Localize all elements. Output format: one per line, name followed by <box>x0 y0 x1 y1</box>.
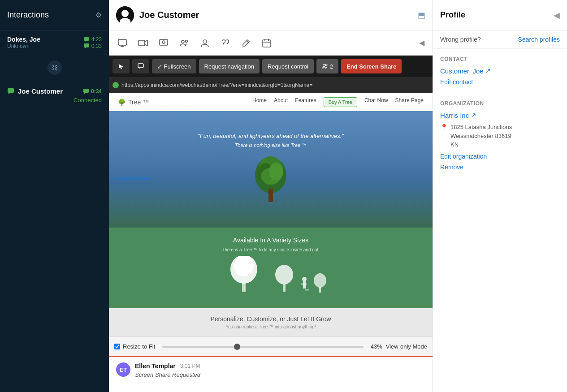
svg-rect-6 <box>83 89 89 93</box>
chat-content: Ellen Templar 3:01 PM Screen Share Reque… <box>135 362 425 387</box>
svg-point-20 <box>203 40 207 43</box>
remove-link[interactable]: Remove <box>440 164 560 171</box>
tree-nav-features[interactable]: Features <box>295 97 316 107</box>
zoom-percentage: 43% <box>371 343 382 350</box>
org-section-title: Organization <box>440 100 560 107</box>
org-name-link[interactable]: Harris Inc ↗ <box>440 111 560 119</box>
tree-logo-text: Tree ™ <box>128 99 149 106</box>
interaction-time-dokes2: 0:33 <box>83 43 102 49</box>
tree-nav-about[interactable]: About <box>274 97 288 107</box>
svg-rect-44 <box>303 281 306 289</box>
interaction-status-dokes: Unknown <box>7 43 30 49</box>
resize-to-fit-checkbox[interactable] <box>114 344 120 349</box>
tree-nav-buy[interactable]: Buy A Tree <box>324 97 357 107</box>
chat-icon <box>7 88 14 95</box>
svg-point-17 <box>162 41 165 43</box>
tree-nav-share[interactable]: Share Page <box>395 97 424 107</box>
request-control-btn[interactable]: Request control <box>262 59 314 73</box>
topbar-customer-name: Joe Customer <box>139 10 412 20</box>
tree-green-sub: There is a Tree ™ to fit any space insid… <box>222 247 320 252</box>
chat-message: Screen Share Requested <box>135 371 425 378</box>
chat-header: Ellen Templar 3:01 PM <box>135 362 425 370</box>
toolbar-people-icon[interactable] <box>174 33 194 53</box>
svg-marker-3 <box>85 47 86 49</box>
location-icon: 📍 <box>440 124 448 149</box>
toolbar-quote-icon[interactable] <box>216 33 235 53</box>
svg-rect-35 <box>268 189 273 202</box>
collapse-right-btn[interactable]: ◀ <box>554 10 560 20</box>
topbar: Joe Customer ⬒ <box>109 0 433 30</box>
svg-marker-7 <box>84 93 86 94</box>
chat-time: 3:01 PM <box>180 363 200 369</box>
toolbar-calendar-icon[interactable] <box>257 33 277 53</box>
interaction-time-dokes1: 4:23 <box>83 36 102 43</box>
org-external-link-icon: ↗ <box>471 111 476 119</box>
request-navigation-btn[interactable]: Request navigation <box>199 59 260 73</box>
interaction-name-dokes: Dokes, Joe <box>7 36 40 43</box>
svg-rect-22 <box>263 40 271 47</box>
share-icon[interactable]: ⬒ <box>418 10 425 20</box>
chat-area: ET Ellen Templar 3:01 PM Screen Share Re… <box>109 356 433 392</box>
cursor-btn[interactable] <box>113 59 130 73</box>
url-indicator <box>113 82 119 88</box>
zoom-slider[interactable] <box>162 346 363 348</box>
external-link-icon: ↗ <box>485 67 491 75</box>
tree-gray-title: Personalize, Customize, or Just Let It G… <box>210 315 331 323</box>
toolbar-screen-icon[interactable] <box>113 33 132 53</box>
tree-nav-chat[interactable]: Chat Now <box>364 97 388 107</box>
svg-point-19 <box>186 40 188 42</box>
url-text: https://apps.inindca.com/webchat/demo/Tr… <box>121 82 429 88</box>
active-interaction-joe[interactable]: Joe Customer 0:34 Connected <box>0 80 109 111</box>
svg-point-39 <box>234 256 254 276</box>
fullscreen-btn[interactable]: ⤢ Fullscreen <box>152 59 196 73</box>
search-profiles-link[interactable]: Search profiles <box>518 36 560 43</box>
svg-marker-1 <box>85 41 86 42</box>
tree-gray-section: Personalize, Customize, or Just Let It G… <box>109 308 433 336</box>
edit-organization-link[interactable]: Edit organization <box>440 153 560 160</box>
svg-rect-2 <box>84 43 89 47</box>
end-screen-share-btn[interactable]: End Screen Share <box>341 59 402 73</box>
link-icon[interactable]: ⛓ <box>48 60 62 75</box>
contact-name-link[interactable]: Customer, Joe ↗ <box>440 67 560 75</box>
interaction-item-dokes[interactable]: Dokes, Joe 4:23 Unknown 0:33 <box>0 30 109 55</box>
divider-row: ⛓ <box>0 55 109 80</box>
svg-rect-48 <box>319 287 321 293</box>
tree-hero-image <box>244 153 298 207</box>
active-time-display: 0:34 <box>83 88 102 95</box>
chat-avatar: ET <box>116 362 130 377</box>
avatar <box>116 6 134 24</box>
right-panel-header: Profile ◀ <box>433 0 567 30</box>
svg-point-9 <box>121 10 129 17</box>
toolbar-video-icon[interactable] <box>133 33 153 53</box>
bottom-bar: Resize to Fit 43% View-only Mode <box>109 336 433 356</box>
sidebar-header: Interactions ⚙ <box>0 0 109 30</box>
collapse-panel-btn[interactable]: ◀ <box>415 36 429 50</box>
chat-bubble-icon2 <box>83 43 90 49</box>
wrong-profile-text: Wrong profile? <box>440 36 481 43</box>
chat-agent-name: Ellen Templar <box>135 362 176 370</box>
tree-nav-home[interactable]: Home <box>252 97 267 107</box>
tree-nav: 🌳 Tree ™ Home About Features Buy A Tree … <box>109 93 433 111</box>
svg-point-43 <box>302 277 307 281</box>
svg-marker-37 <box>114 176 117 181</box>
svg-marker-15 <box>145 40 147 46</box>
wrong-profile-row: Wrong profile? Search profiles <box>433 30 567 49</box>
tree-green-section: Available In A Variety Sizes There is a … <box>109 228 433 308</box>
website-preview: 🌳 Tree ™ Home About Features Buy A Tree … <box>109 93 433 336</box>
chat-bubble-icon <box>83 36 90 43</box>
toolbar-edit-icon[interactable] <box>236 33 256 53</box>
svg-point-36 <box>261 168 281 184</box>
screenshare-toolbar: ⤢ Fullscreen Request navigation Request … <box>109 56 433 77</box>
edit-contact-link[interactable]: Edit contact <box>440 78 560 86</box>
tree-green-title: Available In A Variety Sizes <box>233 237 308 244</box>
toolbar-screenshare2-icon[interactable] <box>154 33 173 53</box>
toolbar-person-icon[interactable] <box>195 33 215 53</box>
chat-btn-ss[interactable] <box>132 59 149 73</box>
svg-rect-11 <box>118 39 126 45</box>
view-mode-label: View-only Mode <box>386 343 427 350</box>
joe-cursor: Joe Customer <box>113 176 150 181</box>
participants-btn[interactable]: 2 <box>316 59 338 73</box>
resize-to-fit-label[interactable]: Resize to Fit <box>114 343 155 350</box>
settings-icon[interactable]: ⚙ <box>95 11 102 19</box>
svg-point-29 <box>323 65 325 67</box>
